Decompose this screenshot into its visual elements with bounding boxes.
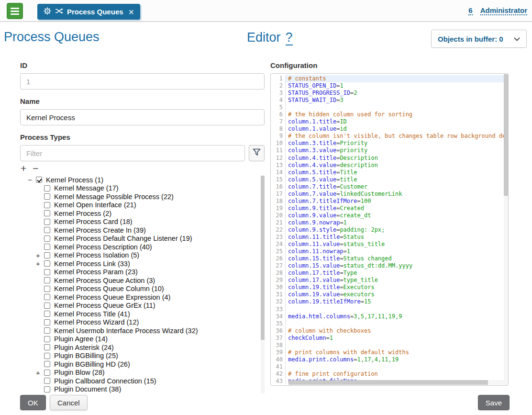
checkbox[interactable]: [44, 202, 50, 208]
checkbox[interactable]: [44, 319, 50, 325]
tree-item[interactable]: +Kernel Process Isolation (5): [20, 251, 265, 260]
checkbox[interactable]: [44, 353, 50, 359]
tree-item[interactable]: Kernel Process Queue Action (3): [20, 276, 265, 285]
editor-vertical-scrollbar[interactable]: [504, 74, 508, 385]
tree-item[interactable]: Plugin Asterisk (24): [20, 343, 265, 352]
checkbox[interactable]: [44, 244, 50, 250]
save-button[interactable]: Save: [478, 395, 510, 410]
filter-button[interactable]: [249, 145, 265, 161]
checkbox[interactable]: [44, 386, 50, 393]
tree-item-label[interactable]: Kernel Process Queue Expression (4): [54, 293, 170, 301]
tree-item-label[interactable]: Kernel Usermob Interface Process Wizard …: [54, 327, 198, 335]
tree-toggle[interactable]: +: [36, 251, 44, 259]
tree-item-label[interactable]: Plugin Agree (14): [54, 335, 108, 343]
tree-item-label[interactable]: Kernel Open Interface (21): [54, 201, 136, 209]
checkbox[interactable]: [44, 185, 50, 191]
tree-item[interactable]: Kernel Process Param (23): [20, 268, 265, 277]
tree-scrollbar-thumb[interactable]: [261, 176, 265, 340]
checkbox[interactable]: [44, 277, 50, 283]
tree-item[interactable]: Kernel Process Title (41): [20, 310, 265, 318]
expand-all-button[interactable]: +: [21, 164, 26, 173]
tree-item[interactable]: Kernel Usermob Interface Process Wizard …: [20, 326, 265, 335]
objects-in-buffer-dropdown[interactable]: Objects in buffer: 0: [431, 30, 527, 48]
checkbox[interactable]: [44, 370, 50, 376]
checkbox[interactable]: [44, 303, 50, 309]
tree-item-label[interactable]: Kernel Process Create In (39): [54, 226, 146, 234]
checkbox[interactable]: [44, 361, 50, 367]
tree-item-label[interactable]: Kernel Process Wizard (12): [54, 318, 139, 326]
tree-item-label[interactable]: Kernel Message (17): [54, 184, 119, 192]
tree-item[interactable]: Kernel Process Description (40): [20, 243, 265, 251]
tree-item[interactable]: Kernel Open Interface (21): [20, 201, 265, 210]
checkbox[interactable]: [44, 286, 50, 292]
tree-item[interactable]: Kernel Process Queue GrEx (11): [20, 302, 265, 310]
tab-close-icon[interactable]: ×: [129, 7, 134, 17]
checkbox[interactable]: [44, 193, 50, 200]
tree-item-label[interactable]: Kernel Process Isolation (5): [54, 251, 139, 259]
tab-process-queues[interactable]: Process Queues ×: [37, 4, 140, 20]
name-field[interactable]: [20, 109, 265, 125]
checkbox[interactable]: [44, 311, 50, 317]
tree-item[interactable]: Plugin Document (38): [20, 385, 265, 394]
checkbox[interactable]: [44, 219, 50, 225]
user-name-link[interactable]: Administrator: [480, 6, 527, 15]
tree-item[interactable]: Kernel Message Possible Process (22): [20, 192, 265, 201]
tree-item-label[interactable]: Plugin Callboard Connection (15): [54, 377, 156, 385]
id-field[interactable]: [20, 73, 265, 90]
code-area[interactable]: 1# constants2STATUS_OPEN_ID=13STATUS_PRO…: [271, 75, 504, 385]
tree-item[interactable]: Kernel Process Default Change Listener (…: [20, 235, 265, 243]
tree-item-label[interactable]: Plugin Document (38): [54, 385, 121, 393]
cancel-button[interactable]: Cancel: [50, 395, 88, 410]
tree-item-label[interactable]: Kernel Process Link (33): [54, 260, 130, 268]
tree-item[interactable]: Plugin BGBilling (25): [20, 352, 265, 360]
checkbox[interactable]: [44, 236, 50, 242]
tree-item[interactable]: Kernel Process Queue Expression (4): [20, 293, 265, 302]
tree-item[interactable]: Kernel Process Queue Column (10): [20, 285, 265, 293]
tree-item-label[interactable]: Kernel Process Card (18): [54, 218, 133, 225]
tree-item-label[interactable]: Plugin BGBilling HD (26): [54, 360, 130, 368]
tree-item[interactable]: +Kernel Process Link (33): [20, 259, 265, 268]
checkbox[interactable]: [36, 177, 42, 183]
checkbox[interactable]: [44, 294, 50, 300]
tree-item[interactable]: Kernel Message (17): [20, 184, 265, 193]
tree-item-label[interactable]: Kernel Process (2): [54, 210, 111, 217]
checkbox[interactable]: [44, 269, 50, 275]
tree-scrollbar[interactable]: [261, 176, 265, 393]
tree-item-label[interactable]: Plugin BGBilling (25): [54, 352, 118, 359]
tree-item[interactable]: Kernel Process (2): [20, 209, 265, 218]
tree-item-label[interactable]: Kernel Process Queue Action (3): [54, 277, 155, 284]
tree-item-label[interactable]: Kernel Process Queue GrEx (11): [54, 302, 155, 309]
tree-item-label[interactable]: Plugin Blow (28): [54, 369, 105, 376]
tree-item-label[interactable]: Kernel Process Title (41): [54, 310, 130, 318]
checkbox[interactable]: [44, 210, 50, 216]
tree-item[interactable]: −Kernel Process (1): [20, 176, 265, 184]
tree-item[interactable]: Kernel Process Wizard (12): [20, 318, 265, 327]
notification-count-link[interactable]: 6: [468, 6, 472, 15]
editor-horizontal-scrollbar-thumb[interactable]: [288, 380, 488, 385]
tree-toggle[interactable]: +: [36, 259, 44, 268]
checkbox[interactable]: [44, 227, 50, 233]
checkbox[interactable]: [44, 252, 50, 258]
menu-button[interactable]: [7, 3, 23, 19]
tree-item-label[interactable]: Kernel Process Description (40): [54, 243, 152, 251]
tree-item[interactable]: Plugin Callboard Connection (15): [20, 377, 265, 385]
tree-item-label[interactable]: Kernel Process Queue Column (10): [54, 285, 164, 292]
tree-item[interactable]: Kernel Process Card (18): [20, 218, 265, 226]
checkbox[interactable]: [44, 260, 50, 267]
tree-toggle[interactable]: +: [36, 369, 44, 377]
tree-item-label[interactable]: Kernel Message Possible Process (22): [54, 193, 174, 201]
checkbox[interactable]: [44, 378, 50, 384]
checkbox[interactable]: [44, 336, 50, 342]
tree-item-label[interactable]: Kernel Process Param (23): [54, 268, 138, 276]
tree-item[interactable]: +Plugin Blow (28): [20, 369, 265, 377]
editor-horizontal-scrollbar[interactable]: [288, 380, 504, 385]
tree-item[interactable]: Plugin Agree (14): [20, 335, 265, 344]
tree-item-label[interactable]: Plugin Asterisk (24): [54, 344, 114, 351]
configuration-editor[interactable]: 1# constants2STATUS_OPEN_ID=13STATUS_PRO…: [270, 73, 509, 386]
help-link[interactable]: ?: [286, 30, 293, 45]
filter-input[interactable]: [20, 145, 245, 161]
checkbox[interactable]: [44, 344, 50, 350]
tree-item-label[interactable]: Kernel Process Default Change Listener (…: [54, 235, 192, 242]
tree-item-label[interactable]: Kernel Process (1): [46, 176, 103, 184]
tree-item[interactable]: Plugin BGBilling HD (26): [20, 360, 265, 369]
